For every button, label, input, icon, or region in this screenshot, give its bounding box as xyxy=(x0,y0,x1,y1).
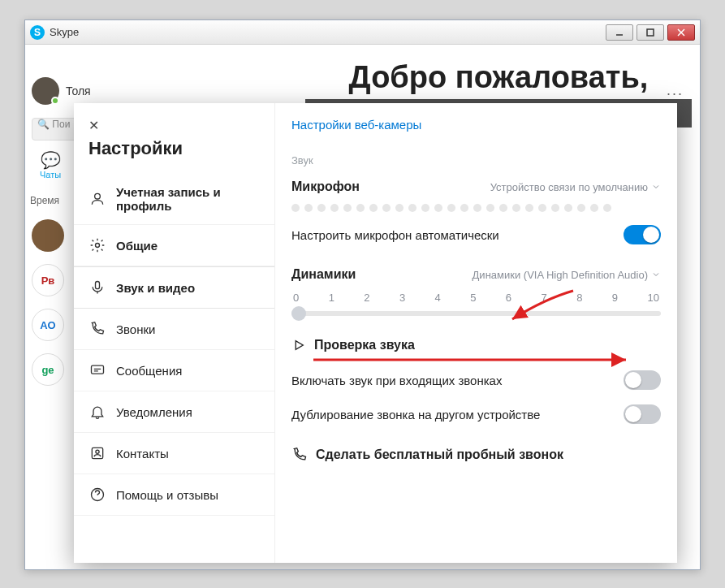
contact-avatar-1[interactable] xyxy=(32,219,64,252)
app-body: Добро пожаловать, Толя ··· 🔍 Пои 💬 Чаты … xyxy=(25,45,700,569)
nav-general[interactable]: Общие xyxy=(74,225,274,266)
time-label: Время xyxy=(30,195,59,206)
contact-avatar-3[interactable]: АО xyxy=(32,309,64,341)
slider-thumb[interactable] xyxy=(291,306,306,321)
microphone-row: Микрофон Устройство связи по умолчанию xyxy=(291,179,661,194)
profile-row[interactable]: Толя xyxy=(32,77,91,105)
play-icon xyxy=(291,338,306,352)
mark: 2 xyxy=(364,292,369,304)
settings-sidebar: ✕ Настройки Учетная запись и профиль Общ… xyxy=(74,103,275,563)
mark: 5 xyxy=(470,292,476,304)
test-sound-button[interactable]: Проверка звука xyxy=(291,338,661,352)
nav-account-profile[interactable]: Учетная запись и профиль xyxy=(74,174,274,225)
auto-mic-toggle[interactable] xyxy=(624,225,661,244)
gear-icon xyxy=(88,236,106,254)
mark: 8 xyxy=(576,292,582,304)
close-button[interactable] xyxy=(667,24,695,41)
mark: 1 xyxy=(329,292,334,304)
auto-mic-row: Настроить микрофон автоматически xyxy=(291,225,661,244)
slider-bar xyxy=(291,311,661,316)
tab-chats[interactable]: 💬 Чаты xyxy=(40,150,61,179)
nav-audio-video[interactable]: Звук и видео xyxy=(74,266,274,309)
speaker-volume-control: 0 1 2 3 4 5 6 7 8 9 10 xyxy=(291,292,661,320)
help-icon xyxy=(88,486,106,504)
microphone-icon xyxy=(88,279,106,296)
titlebar: S Skype xyxy=(25,20,700,45)
contact-avatar-4[interactable]: ge xyxy=(32,353,64,386)
svg-rect-1 xyxy=(647,29,654,36)
chevron-down-icon xyxy=(651,270,661,279)
mark: 3 xyxy=(399,292,405,304)
nav-label: Уведомления xyxy=(116,405,192,419)
skype-icon: S xyxy=(30,25,45,40)
contact-avatar-2[interactable]: Рв xyxy=(32,264,64,296)
tab-chats-label: Чаты xyxy=(40,170,61,179)
mark: 10 xyxy=(647,292,658,304)
nav-label: Звонки xyxy=(116,322,155,336)
speakers-device: Динамики (VIA High Definition Audio) xyxy=(473,269,648,281)
dup-ring-label: Дублирование звонка на другом устройстве xyxy=(291,408,540,422)
svg-rect-7 xyxy=(92,365,104,374)
phone-icon xyxy=(88,320,106,338)
settings-nav: Учетная запись и профиль Общие Звук и ви… xyxy=(74,174,274,516)
svg-rect-6 xyxy=(96,282,100,289)
maximize-button[interactable] xyxy=(637,24,664,41)
speaker-volume-slider[interactable] xyxy=(291,307,661,320)
nav-label: Контакты xyxy=(116,447,169,460)
chat-icon: 💬 xyxy=(40,150,61,170)
message-icon xyxy=(88,361,106,379)
mark: 0 xyxy=(293,292,299,304)
microphone-label: Микрофон xyxy=(291,179,360,194)
slider-marks: 0 1 2 3 4 5 6 7 8 9 10 xyxy=(291,292,661,304)
search-placeholder: Пои xyxy=(52,119,70,130)
nav-messages[interactable]: Сообщения xyxy=(74,350,274,391)
nav-calls[interactable]: Звонки xyxy=(74,309,274,350)
microphone-device: Устройство связи по умолчанию xyxy=(490,181,648,193)
incoming-sound-label: Включать звук при входящих звонках xyxy=(291,374,502,387)
speakers-label: Динамики xyxy=(291,267,356,282)
window-buttons xyxy=(606,24,695,41)
speakers-row: Динамики Динамики (VIA High Definition A… xyxy=(291,267,661,282)
speakers-device-select[interactable]: Динамики (VIA High Definition Audio) xyxy=(473,269,661,281)
nav-label: Звук и видео xyxy=(116,281,195,295)
settings-modal: ✕ Настройки Учетная запись и профиль Общ… xyxy=(74,103,677,563)
settings-content: Настройки веб-камеры Звук Микрофон Устро… xyxy=(275,103,677,563)
mark: 4 xyxy=(435,292,441,304)
svg-point-4 xyxy=(95,193,101,199)
status-dot xyxy=(51,97,59,105)
app-window: S Skype Добро пожаловать, Толя ··· 🔍 Пои… xyxy=(24,19,701,570)
mark: 9 xyxy=(612,292,618,304)
close-icon[interactable]: ✕ xyxy=(74,103,274,138)
dup-ring-toggle[interactable] xyxy=(624,404,661,424)
webcam-settings-link[interactable]: Настройки веб-камеры xyxy=(291,118,661,132)
nav-label: Сообщения xyxy=(116,364,182,378)
microphone-device-select[interactable]: Устройство связи по умолчанию xyxy=(490,181,661,193)
free-test-call-button[interactable]: Сделать бесплатный пробный звонок xyxy=(291,447,661,463)
person-icon xyxy=(88,190,106,208)
incoming-sound-toggle[interactable] xyxy=(624,370,661,390)
svg-point-9 xyxy=(96,450,99,453)
bell-icon xyxy=(88,403,106,421)
nav-label: Учетная запись и профиль xyxy=(116,185,260,213)
nav-help[interactable]: Помощь и отзывы xyxy=(74,474,274,516)
welcome-title: Добро пожаловать, xyxy=(305,53,692,102)
avatar[interactable] xyxy=(32,77,59,105)
window-title: Skype xyxy=(50,26,606,38)
nav-notifications[interactable]: Уведомления xyxy=(74,391,274,433)
auto-mic-label: Настроить микрофон автоматически xyxy=(291,228,499,242)
username: Толя xyxy=(66,84,91,97)
test-sound-label: Проверка звука xyxy=(314,338,415,352)
nav-label: Общие xyxy=(116,239,158,253)
contacts-icon xyxy=(88,444,106,462)
minimize-button[interactable] xyxy=(606,24,633,41)
chevron-down-icon xyxy=(651,182,661,192)
free-call-label: Сделать бесплатный пробный звонок xyxy=(316,447,563,462)
sound-section-label: Звук xyxy=(291,154,661,166)
nav-contacts[interactable]: Контакты xyxy=(74,433,274,474)
nav-label: Помощь и отзывы xyxy=(116,488,218,502)
mic-level-meter xyxy=(291,204,661,212)
phone-icon xyxy=(291,447,308,463)
search-input[interactable]: 🔍 Пои xyxy=(32,118,80,141)
settings-title: Настройки xyxy=(74,138,274,174)
more-menu-button[interactable]: ··· xyxy=(667,85,684,102)
